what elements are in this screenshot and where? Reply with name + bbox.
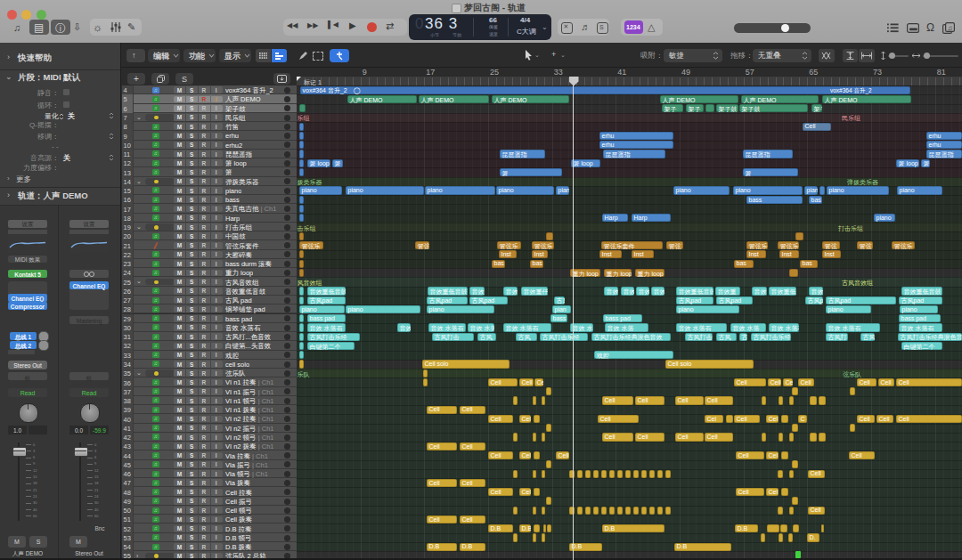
svg-text:♫: ♫	[948, 24, 953, 32]
